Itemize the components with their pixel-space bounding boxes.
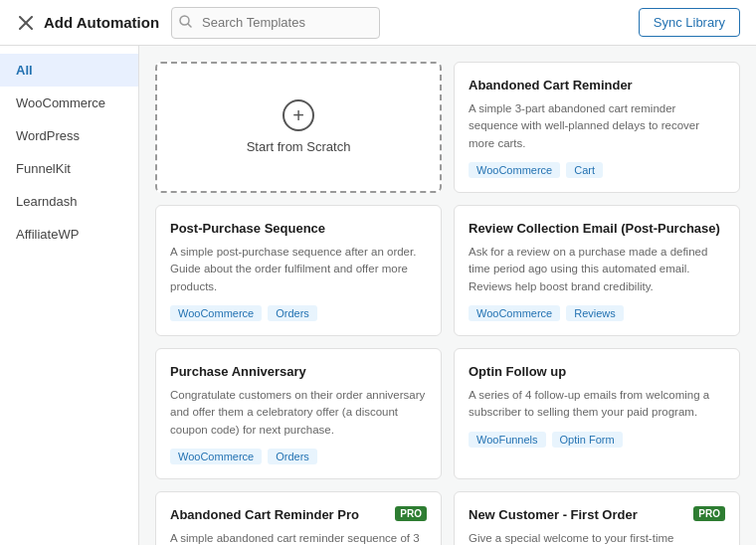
tag-orders[interactable]: Orders (268, 449, 317, 464)
header-left: Add Automation (16, 13, 159, 33)
template-card-new-customer-first-order[interactable]: New Customer - First OrderPROGive a spec… (454, 491, 740, 545)
template-card-optin-follow-up[interactable]: Optin Follow upA series of 4 follow-up e… (454, 348, 740, 479)
card-description: A simple abandoned cart reminder sequenc… (170, 530, 427, 545)
card-title: Post-Purchase Sequence (170, 220, 427, 238)
card-description: A simple 3-part abandoned cart reminder … (469, 100, 725, 152)
tag-woofunnels[interactable]: WooFunnels (469, 432, 546, 448)
search-input[interactable] (171, 7, 380, 39)
tag-woocommerce[interactable]: WooCommerce (469, 162, 560, 178)
card-title: Optin Follow up (469, 363, 725, 381)
template-card-abandoned-cart-pro[interactable]: Abandoned Cart Reminder ProPROA simple a… (155, 491, 442, 545)
sidebar-item-learndash[interactable]: Learndash (0, 185, 138, 218)
svg-line-3 (188, 24, 191, 27)
template-card-purchase-anniversary[interactable]: Purchase AnniversaryCongratulate custome… (155, 348, 442, 479)
cards-grid: + Start from Scratch Abandoned Cart Remi… (155, 62, 740, 545)
pro-badge: PRO (395, 506, 427, 521)
sidebar: AllWooCommerceWordPressFunnelKitLearndas… (0, 46, 139, 545)
sidebar-item-wordpress[interactable]: WordPress (0, 119, 138, 152)
card-description: A simple post-purchase sequence after an… (170, 244, 427, 295)
pro-badge: PRO (693, 506, 725, 521)
sync-library-button[interactable]: Sync Library (639, 8, 740, 37)
tag-orders[interactable]: Orders (268, 305, 317, 321)
tag-woocommerce[interactable]: WooCommerce (469, 305, 560, 321)
tag-reviews[interactable]: Reviews (566, 305, 624, 321)
search-wrapper (171, 7, 380, 39)
template-card-post-purchase-sequence[interactable]: Post-Purchase SequenceA simple post-purc… (155, 205, 442, 336)
tag-optin-form[interactable]: Optin Form (552, 432, 623, 448)
main-layout: AllWooCommerceWordPressFunnelKitLearndas… (0, 46, 756, 545)
card-description: Congratulate customers on their order an… (170, 387, 427, 439)
card-title: New Customer - First Order (469, 506, 687, 524)
tag-woocommerce[interactable]: WooCommerce (170, 449, 262, 464)
tag-woocommerce[interactable]: WooCommerce (170, 305, 262, 321)
card-title: Review Collection Email (Post-Purchase) (469, 220, 725, 238)
card-description: Ask for a review on a purchase made a de… (469, 244, 725, 295)
sidebar-item-all[interactable]: All (0, 54, 138, 87)
close-icon[interactable] (16, 13, 36, 33)
sidebar-item-funnelkit[interactable]: FunnelKit (0, 152, 138, 185)
card-title: Abandoned Cart Reminder Pro (170, 506, 389, 524)
search-icon (179, 15, 192, 31)
card-description: A series of 4 follow-up emails from welc… (469, 387, 725, 422)
page-title: Add Automation (44, 14, 159, 31)
card-title: Purchase Anniversary (170, 363, 427, 381)
card-title: Abandoned Cart Reminder (469, 77, 725, 94)
sidebar-item-affiliatewp[interactable]: AffiliateWP (0, 218, 138, 251)
content-area: + Start from Scratch Abandoned Cart Remi… (139, 46, 756, 545)
scratch-plus-icon: + (283, 99, 314, 131)
card-description: Give a special welcome to your first-tim… (469, 530, 725, 545)
scratch-card[interactable]: + Start from Scratch (155, 62, 442, 193)
header: Add Automation Sync Library (0, 0, 756, 46)
template-card-review-collection-email[interactable]: Review Collection Email (Post-Purchase)A… (454, 205, 740, 336)
tag-cart[interactable]: Cart (566, 162, 603, 178)
sidebar-item-woocommerce[interactable]: WooCommerce (0, 87, 138, 119)
template-card-abandoned-cart-reminder[interactable]: Abandoned Cart ReminderA simple 3-part a… (454, 62, 740, 193)
scratch-label: Start from Scratch (247, 139, 351, 154)
